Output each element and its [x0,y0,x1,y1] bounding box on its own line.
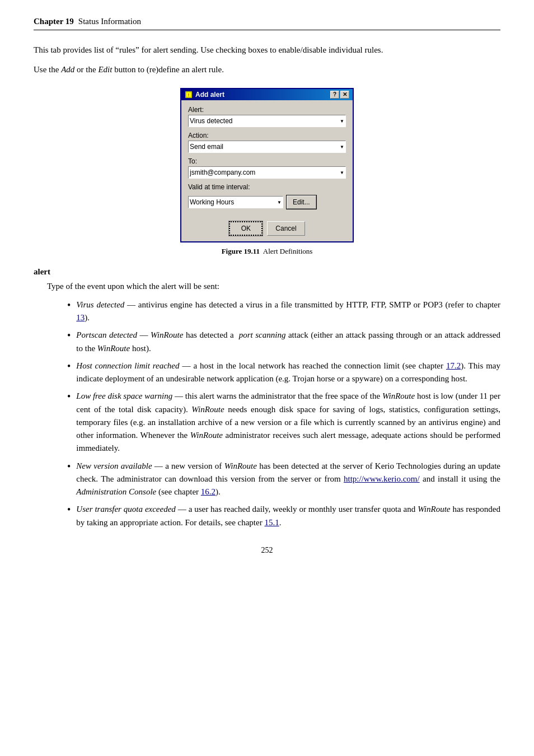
bullet-dot: • [67,299,71,312]
intro-para-2: Use the Add or the Edit button to (re)de… [34,63,500,76]
bullet-dot: • [67,460,71,473]
admin-console-5: Administration Console [76,487,156,496]
link-kerio[interactable]: http://www.kerio.com/ [344,474,420,483]
alert-select[interactable]: Virus detected [188,115,346,127]
winroute-5: WinRoute [224,461,257,470]
list-item: • Virus detected — antivirus engine has … [67,298,500,325]
action-label: Action: [188,132,346,139]
bullet-text-2: Portscan detected — WinRoute has detecte… [76,329,500,355]
to-label: To: [188,157,346,165]
list-item: • User transfer quota exceeded — a user … [67,503,500,529]
winroute-4b: WinRoute [191,405,224,414]
figure-number: Figure 19.11 [222,247,260,255]
dialog-title: Add alert [195,91,224,99]
list-item: • New version available — a new version … [67,460,500,499]
intro-para-1: This tab provides list of “rules” for al… [34,44,500,57]
link-ch151[interactable]: 15.1 [264,518,279,527]
bullet-text-1: Virus detected — antivirus engine has de… [76,298,500,325]
bullet-italic-6: User transfer quota exceeded [76,505,176,514]
bullet-italic-4: Low free disk space warning [76,391,172,400]
link-ch162[interactable]: 16.2 [201,487,216,496]
svg-text:!: ! [188,93,189,97]
valid-select[interactable]: Working Hours [188,196,283,208]
bullet-list: • Virus detected — antivirus engine has … [67,298,500,529]
help-button[interactable]: ? [330,91,339,99]
dialog-footer: OK Cancel [181,216,353,241]
edit-button[interactable]: Edit... [287,195,316,209]
chapter-header: Chapter 19 Status Information [34,17,500,30]
to-select-wrapper[interactable]: jsmith@company.com [188,166,346,179]
port-scanning: port scanning [239,330,286,339]
section-intro: Type of the event upon which the alert w… [47,280,500,293]
cancel-button[interactable]: Cancel [267,221,305,236]
winroute-2: WinRoute [151,330,183,339]
alert-label: Alert: [188,106,346,114]
page-number: 252 [34,546,500,555]
valid-label: Valid at time interval: [188,183,346,191]
titlebar-left: ! Add alert [185,91,224,99]
bullet-text-5: New version available — a new version of… [76,460,500,499]
list-item: • Portscan detected — WinRoute has detec… [67,329,500,355]
dialog-icon: ! [185,91,193,99]
bullet-dot: • [67,360,71,373]
figure-caption: Figure 19.11 Alert Definitions [34,247,500,256]
bullet-dot: • [67,390,71,403]
chapter-title: Status Information [78,17,141,26]
winroute-6: WinRoute [418,505,450,514]
bullet-text-4: Low free disk space warning — this alert… [76,390,500,455]
bullet-italic-1: Virus detected [76,300,124,309]
bullet-text-6: User transfer quota exceeded — a user ha… [76,503,500,529]
bullet-dot: • [67,329,71,342]
action-select-wrapper[interactable]: Send email [188,141,346,153]
list-item: • Low free disk space warning — this ale… [67,390,500,455]
list-item: • Host connection limit reached — a host… [67,360,500,386]
winroute-4c: WinRoute [190,431,223,440]
bullet-italic-3: Host connection limit reached [76,361,179,370]
link-ch172[interactable]: 17.2 [446,361,461,370]
winroute-host-2: WinRoute [97,344,130,353]
bullet-dot: • [67,503,71,516]
figure-title: Alert Definitions [263,247,312,255]
chapter-number: Chapter 19 [34,17,74,26]
dialog-body: Alert: Virus detected Action: Send email… [181,100,353,213]
dialog-titlebar[interactable]: ! Add alert ? ✕ [181,89,353,100]
winroute-4: WinRoute [382,391,415,400]
bullet-italic-2: Portscan detected [76,330,137,339]
to-select[interactable]: jsmith@company.com [188,166,346,179]
valid-select-wrapper[interactable]: Working Hours [188,196,283,208]
link-ch13[interactable]: 13 [76,313,85,322]
close-button[interactable]: ✕ [340,91,349,99]
bullet-text-3: Host connection limit reached — a host i… [76,360,500,386]
section-heading: alert [34,267,500,277]
titlebar-buttons: ? ✕ [330,91,349,99]
ok-button[interactable]: OK [229,221,263,236]
bullet-italic-5: New version available [76,461,152,470]
action-select[interactable]: Send email [188,141,346,153]
dialog-container: ! Add alert ? ✕ Alert: Virus detected Ac… [34,88,500,242]
valid-row: Working Hours Edit... [188,195,346,209]
alert-select-wrapper[interactable]: Virus detected [188,115,346,127]
add-alert-dialog: ! Add alert ? ✕ Alert: Virus detected Ac… [180,88,354,242]
